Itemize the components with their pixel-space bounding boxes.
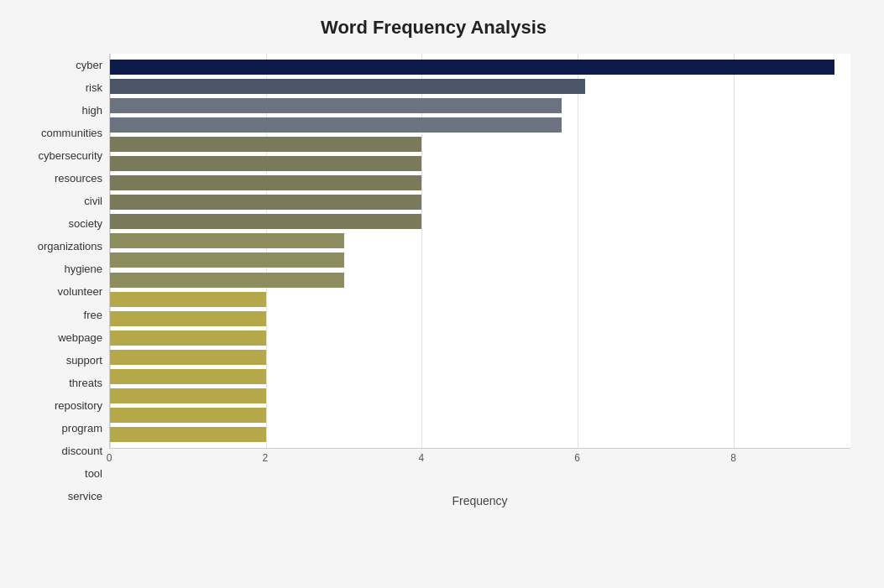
bar bbox=[110, 330, 266, 346]
bar-row bbox=[110, 367, 850, 386]
bar bbox=[110, 350, 266, 365]
bar bbox=[110, 79, 585, 94]
y-label: free bbox=[84, 310, 102, 320]
y-label: discount bbox=[62, 445, 102, 456]
bar bbox=[110, 252, 344, 268]
bar-row bbox=[110, 174, 850, 192]
bar bbox=[110, 98, 562, 113]
x-tick-label: 4 bbox=[418, 452, 424, 464]
bar-row bbox=[110, 96, 850, 115]
bar-row bbox=[110, 135, 850, 154]
y-label: threats bbox=[69, 377, 102, 388]
bar bbox=[110, 137, 421, 152]
x-tick-label: 2 bbox=[263, 452, 269, 464]
bar-row bbox=[110, 251, 850, 269]
bar bbox=[110, 214, 421, 229]
y-label: cyber bbox=[76, 60, 102, 70]
bar-row bbox=[110, 154, 850, 173]
y-axis-labels: cyberriskhighcommunitiescybersecurityres… bbox=[17, 54, 109, 507]
y-label: civil bbox=[84, 195, 102, 206]
y-label: organizations bbox=[38, 241, 102, 252]
bar-row bbox=[110, 77, 850, 96]
bar-row bbox=[110, 387, 850, 405]
bar-row bbox=[110, 193, 850, 211]
bar bbox=[110, 427, 266, 442]
bar bbox=[110, 60, 834, 75]
bar bbox=[110, 292, 266, 307]
chart-area: cyberriskhighcommunitiescybersecurityres… bbox=[17, 54, 850, 507]
y-label: tool bbox=[85, 468, 102, 479]
y-label: communities bbox=[41, 127, 102, 138]
bar bbox=[110, 195, 421, 210]
y-label: volunteer bbox=[58, 286, 102, 297]
bar-row bbox=[110, 329, 850, 347]
bar-row bbox=[110, 406, 850, 424]
bar bbox=[110, 273, 344, 288]
bar-row bbox=[110, 116, 850, 134]
bar-row bbox=[110, 310, 850, 328]
y-label: society bbox=[69, 218, 102, 229]
bar bbox=[110, 156, 421, 171]
chart-container: Word Frequency Analysis cyberriskhighcom… bbox=[0, 0, 884, 588]
y-label: resources bbox=[55, 173, 102, 184]
bar bbox=[110, 369, 266, 384]
bar bbox=[110, 388, 266, 403]
y-label: risk bbox=[86, 82, 102, 93]
bar bbox=[110, 117, 562, 133]
y-label: program bbox=[62, 423, 102, 434]
y-label: repository bbox=[55, 400, 102, 411]
bar bbox=[110, 408, 266, 423]
y-label: high bbox=[81, 105, 102, 116]
bar bbox=[110, 233, 344, 248]
bar-row bbox=[110, 212, 850, 231]
y-label: support bbox=[66, 355, 102, 366]
bar-row bbox=[110, 232, 850, 250]
x-tick-label: 6 bbox=[574, 452, 580, 464]
bar-row bbox=[110, 348, 850, 367]
y-label: hygiene bbox=[64, 263, 102, 274]
x-axis-label: Frequency bbox=[109, 494, 850, 507]
bar bbox=[110, 175, 421, 190]
x-axis: 02468 bbox=[109, 449, 850, 474]
bar-row bbox=[110, 58, 850, 76]
x-tick-label: 0 bbox=[107, 452, 112, 464]
bars-wrapper bbox=[109, 54, 850, 449]
bars-and-x-area: 02468 Frequency bbox=[109, 54, 850, 507]
y-label: webpage bbox=[58, 332, 102, 343]
x-tick-label: 8 bbox=[730, 452, 736, 464]
bar-row bbox=[110, 271, 850, 289]
bar bbox=[110, 311, 266, 326]
bar-row bbox=[110, 290, 850, 309]
bar-row bbox=[110, 425, 850, 444]
chart-title: Word Frequency Analysis bbox=[17, 17, 850, 39]
y-label: service bbox=[68, 491, 102, 502]
bars-inner bbox=[110, 54, 850, 448]
y-label: cybersecurity bbox=[38, 150, 102, 161]
